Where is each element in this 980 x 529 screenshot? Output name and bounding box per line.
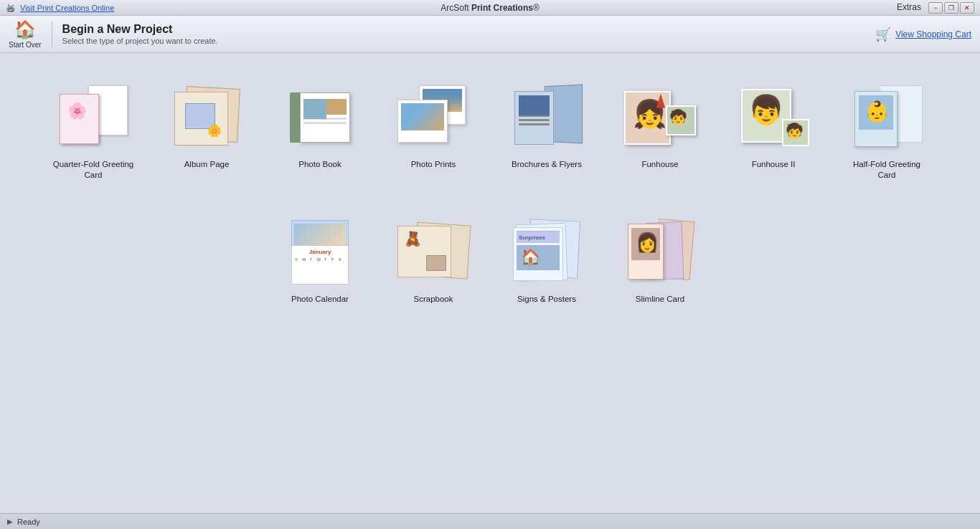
- main-content: 🌸 Quarter-Fold GreetingCard 🌼 Album Page: [0, 53, 980, 513]
- brochures-flyers-label: Brochures & Flyers: [512, 159, 582, 170]
- project-item-photo-calendar[interactable]: January SMTWTFS Photo Calendar: [267, 209, 373, 312]
- project-item-scrapbook[interactable]: 🧸 Scrapbook: [380, 209, 486, 312]
- signs-posters-label: Signs & Posters: [517, 294, 576, 305]
- photo-book-label: Photo Book: [298, 159, 341, 170]
- half-fold-icon: 👶: [847, 82, 926, 153]
- photo-prints-label: Photo Prints: [411, 159, 456, 170]
- project-item-half-fold[interactable]: 👶 Half-Fold GreetingCard: [834, 75, 940, 188]
- photo-book-icon: [281, 82, 359, 153]
- half-fold-label: Half-Fold GreetingCard: [853, 159, 920, 181]
- slimline-card-icon: 👩: [621, 216, 699, 288]
- quarter-fold-icon: 🌸: [54, 82, 133, 153]
- visit-online-link[interactable]: Visit Print Creations Online: [20, 4, 114, 12]
- title-center: ArcSoft Print Creations®: [440, 3, 540, 13]
- title-bar-left: 🖨️ Visit Print Creations Online: [6, 3, 114, 12]
- project-grid-row2: January SMTWTFS Photo Calendar 🧸: [29, 209, 951, 312]
- album-page-icon: 🌼: [167, 82, 246, 153]
- project-item-slimline-card[interactable]: 👩 Slimline Card: [607, 209, 713, 312]
- extras-label: Extras: [897, 2, 921, 14]
- start-over-button[interactable]: 🏠 ← Start Over: [9, 19, 42, 49]
- page-heading: Begin a New Project: [62, 23, 218, 36]
- toolbar-title-block: Begin a New Project Select the type of p…: [62, 23, 218, 45]
- start-over-icon: 🏠 ←: [14, 19, 37, 39]
- toolbar-left: 🏠 ← Start Over Begin a New Project Selec…: [9, 19, 218, 49]
- album-page-label: Album Page: [184, 159, 230, 170]
- project-grid-row1: 🌸 Quarter-Fold GreetingCard 🌼 Album Page: [29, 75, 951, 188]
- photo-prints-icon: [394, 82, 473, 153]
- project-item-signs-posters[interactable]: Surprises 🏠 Signs & Posters: [494, 209, 600, 312]
- project-item-quarter-fold[interactable]: 🌸 Quarter-Fold GreetingCard: [40, 75, 146, 188]
- toolbar-divider: [52, 22, 52, 47]
- project-item-album-page[interactable]: 🌼 Album Page: [154, 75, 260, 188]
- restore-button[interactable]: ❐: [944, 2, 958, 14]
- page-subheading: Select the type of project you want to c…: [62, 37, 218, 45]
- funhouse-icon: 👧 🧒: [621, 82, 699, 153]
- scrapbook-label: Scrapbook: [414, 294, 453, 305]
- quarter-fold-label: Quarter-Fold GreetingCard: [53, 159, 134, 181]
- photo-calendar-label: Photo Calendar: [291, 294, 349, 305]
- slimline-card-label: Slimline Card: [636, 294, 684, 305]
- project-item-photo-prints[interactable]: Photo Prints: [380, 75, 486, 188]
- brochures-flyers-icon: [507, 82, 586, 153]
- view-cart-link[interactable]: View Shopping Cart: [895, 29, 971, 39]
- cart-icon: 🛒: [875, 27, 891, 42]
- toolbar-right: 🛒 View Shopping Cart: [875, 27, 971, 42]
- app-small-icon: 🖨️: [6, 3, 16, 12]
- project-item-funhouse-ii[interactable]: 👦 🧒 Funhouse II: [720, 75, 826, 188]
- scrapbook-icon: 🧸: [394, 216, 473, 288]
- funhouse-ii-icon: 👦 🧒: [734, 82, 813, 153]
- title-bar: 🖨️ Visit Print Creations Online ArcSoft …: [0, 0, 980, 16]
- project-item-funhouse[interactable]: 👧 🧒 Funhouse: [607, 75, 713, 188]
- minimize-button[interactable]: −: [928, 2, 943, 14]
- project-item-brochures-flyers[interactable]: Brochures & Flyers: [494, 75, 600, 188]
- funhouse-ii-label: Funhouse II: [752, 159, 796, 170]
- status-bar: ▶ Ready: [0, 513, 980, 529]
- status-arrow-icon: ▶: [7, 518, 13, 525]
- funhouse-label: Funhouse: [641, 159, 678, 170]
- start-over-label: Start Over: [9, 41, 42, 49]
- title-bar-right: Extras − ❐ ✕: [897, 2, 974, 14]
- toolbar: 🏠 ← Start Over Begin a New Project Selec…: [0, 16, 980, 53]
- signs-posters-icon: Surprises 🏠: [507, 216, 586, 288]
- project-item-photo-book[interactable]: Photo Book: [267, 75, 373, 188]
- photo-calendar-icon: January SMTWTFS: [281, 216, 359, 288]
- status-text: Ready: [17, 518, 40, 526]
- close-button[interactable]: ✕: [960, 2, 974, 14]
